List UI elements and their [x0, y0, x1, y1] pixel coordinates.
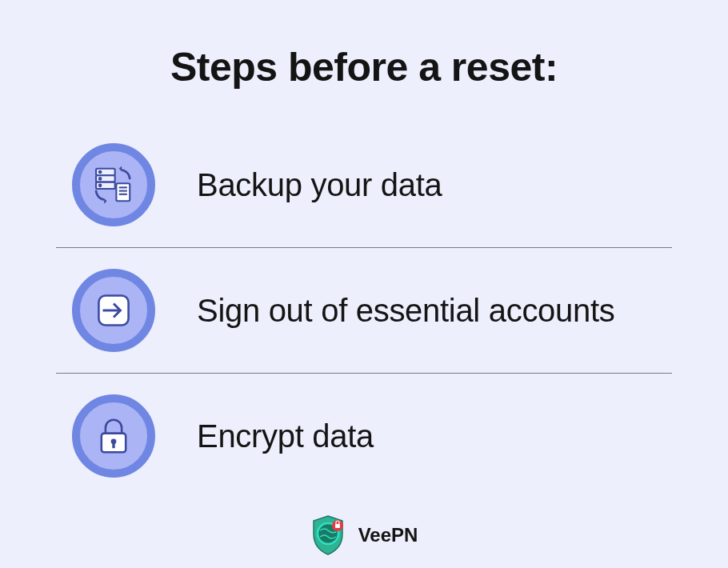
steps-list: Backup your data Sign out of essential a… [56, 122, 672, 498]
step-label: Encrypt data [197, 418, 374, 454]
step-label: Backup your data [197, 167, 442, 203]
step-label: Sign out of essential accounts [197, 293, 614, 329]
brand-logo-icon [310, 514, 346, 556]
svg-marker-11 [104, 198, 106, 204]
brand-name: VeePN [358, 524, 418, 546]
signout-icon [72, 269, 155, 352]
step-row: Encrypt data [56, 373, 672, 498]
lock-icon [72, 394, 155, 478]
svg-rect-6 [116, 183, 130, 201]
svg-point-3 [99, 171, 102, 174]
svg-point-4 [99, 178, 102, 180]
backup-icon [72, 143, 155, 226]
brand: VeePN [310, 514, 418, 556]
page-title: Steps before a reset: [170, 44, 558, 90]
svg-point-5 [99, 185, 102, 187]
svg-rect-20 [335, 524, 340, 528]
step-row: Sign out of essential accounts [56, 247, 672, 373]
step-row: Backup your data [56, 122, 672, 247]
svg-rect-16 [112, 442, 114, 448]
svg-marker-10 [119, 166, 122, 171]
